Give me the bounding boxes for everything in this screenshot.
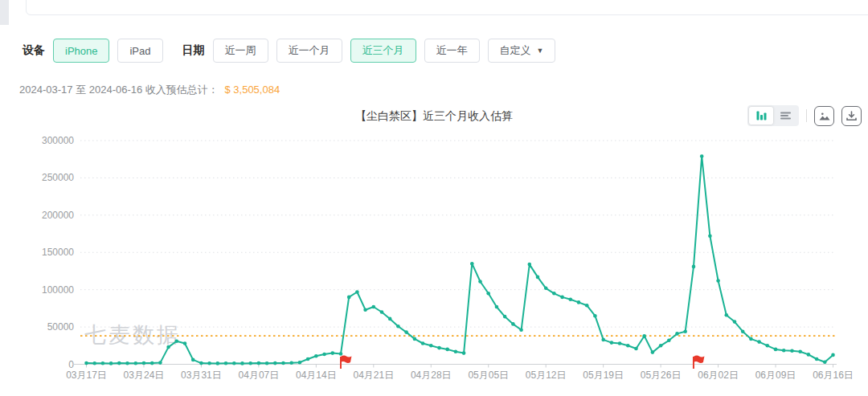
data-point-marker[interactable] <box>528 263 532 267</box>
data-point-marker[interactable] <box>298 361 302 365</box>
data-point-marker[interactable] <box>248 361 252 365</box>
date-option-custom[interactable]: 自定义 ▼ <box>488 39 556 63</box>
data-point-marker[interactable] <box>667 339 671 343</box>
data-point-marker[interactable] <box>610 341 614 345</box>
data-point-marker[interactable] <box>552 292 556 296</box>
date-option-last-month[interactable]: 近一个月 <box>276 39 342 63</box>
data-point-marker[interactable] <box>511 322 515 326</box>
data-point-marker[interactable] <box>396 325 400 329</box>
data-point-marker[interactable] <box>134 361 138 365</box>
data-point-marker[interactable] <box>766 344 770 348</box>
data-point-marker[interactable] <box>421 341 425 345</box>
data-point-marker[interactable] <box>659 344 663 348</box>
data-point-marker[interactable] <box>404 330 408 334</box>
data-point-marker[interactable] <box>782 349 786 353</box>
data-point-marker[interactable] <box>363 308 367 312</box>
data-point-marker[interactable] <box>84 361 88 365</box>
data-point-marker[interactable] <box>503 315 507 319</box>
data-point-marker[interactable] <box>692 265 696 269</box>
data-point-marker[interactable] <box>683 329 687 333</box>
event-flag-icon[interactable] <box>341 356 352 363</box>
data-point-marker[interactable] <box>536 276 540 280</box>
data-point-marker[interactable] <box>569 297 573 301</box>
data-point-marker[interactable] <box>774 348 778 352</box>
data-point-marker[interactable] <box>199 361 203 365</box>
date-option-last-week[interactable]: 近一周 <box>213 39 268 63</box>
data-point-marker[interactable] <box>757 340 761 344</box>
data-point-marker[interactable] <box>741 329 745 333</box>
data-point-marker[interactable] <box>798 349 802 353</box>
data-point-marker[interactable] <box>347 296 351 300</box>
data-point-marker[interactable] <box>380 310 384 314</box>
device-option-iphone[interactable]: iPhone <box>53 39 109 63</box>
data-point-marker[interactable] <box>478 280 482 284</box>
data-point-marker[interactable] <box>454 349 458 353</box>
data-point-marker[interactable] <box>675 332 679 336</box>
data-point-marker[interactable] <box>593 314 597 318</box>
data-point-marker[interactable] <box>125 361 129 365</box>
data-point-marker[interactable] <box>92 361 96 365</box>
data-point-marker[interactable] <box>232 361 236 365</box>
data-point-marker[interactable] <box>331 351 335 355</box>
data-point-marker[interactable] <box>322 353 326 357</box>
date-option-last-3-months[interactable]: 近三个月 <box>350 39 416 63</box>
data-point-marker[interactable] <box>265 361 269 365</box>
data-point-marker[interactable] <box>642 334 646 338</box>
data-point-marker[interactable] <box>314 354 318 358</box>
data-point-marker[interactable] <box>462 351 466 355</box>
data-point-marker[interactable] <box>601 338 605 342</box>
data-point-marker[interactable] <box>544 287 548 291</box>
data-point-marker[interactable] <box>388 317 392 321</box>
data-point-marker[interactable] <box>495 305 499 309</box>
data-point-marker[interactable] <box>470 262 474 266</box>
data-point-marker[interactable] <box>708 235 712 239</box>
data-point-marker[interactable] <box>815 357 819 361</box>
data-point-marker[interactable] <box>183 341 187 345</box>
data-point-marker[interactable] <box>749 337 753 341</box>
data-point-marker[interactable] <box>790 349 794 353</box>
export-image-button[interactable] <box>814 106 834 126</box>
data-point-marker[interactable] <box>339 352 343 356</box>
data-point-marker[interactable] <box>577 300 581 304</box>
data-point-marker[interactable] <box>519 329 523 333</box>
data-point-marker[interactable] <box>372 305 376 309</box>
data-point-marker[interactable] <box>831 353 835 357</box>
bar-chart-view-toggle[interactable] <box>749 107 773 125</box>
data-point-marker[interactable] <box>306 357 310 361</box>
data-point-marker[interactable] <box>240 361 244 365</box>
data-point-marker[interactable] <box>651 350 655 354</box>
data-point-marker[interactable] <box>413 337 417 341</box>
data-point-marker[interactable] <box>281 361 285 365</box>
table-view-toggle[interactable] <box>773 107 797 125</box>
data-point-marker[interactable] <box>166 345 170 349</box>
data-point-marker[interactable] <box>634 347 638 351</box>
data-point-marker[interactable] <box>191 358 195 362</box>
data-point-marker[interactable] <box>429 344 433 348</box>
date-option-last-year[interactable]: 近一年 <box>424 39 480 63</box>
event-flag-icon[interactable] <box>694 356 705 363</box>
data-point-marker[interactable] <box>150 361 154 365</box>
data-point-marker[interactable] <box>585 304 589 308</box>
data-point-marker[interactable] <box>109 361 113 365</box>
data-point-marker[interactable] <box>207 361 211 365</box>
data-point-marker[interactable] <box>101 361 105 365</box>
data-point-marker[interactable] <box>257 361 261 365</box>
data-point-marker[interactable] <box>117 361 121 365</box>
device-option-ipad[interactable]: iPad <box>117 39 162 63</box>
data-point-marker[interactable] <box>445 348 449 352</box>
data-point-marker[interactable] <box>807 353 811 357</box>
data-point-marker[interactable] <box>626 344 630 348</box>
data-point-marker[interactable] <box>823 360 827 364</box>
data-point-marker[interactable] <box>158 361 162 365</box>
download-data-button[interactable] <box>841 106 862 126</box>
data-point-marker[interactable] <box>733 320 737 324</box>
data-point-marker[interactable] <box>355 290 359 294</box>
data-point-marker[interactable] <box>175 339 179 343</box>
data-point-marker[interactable] <box>700 154 704 158</box>
data-point-marker[interactable] <box>560 296 564 300</box>
data-point-marker[interactable] <box>725 313 729 317</box>
data-point-marker[interactable] <box>224 361 228 365</box>
data-point-marker[interactable] <box>142 361 146 365</box>
data-point-marker[interactable] <box>437 346 441 350</box>
data-point-marker[interactable] <box>486 292 490 296</box>
